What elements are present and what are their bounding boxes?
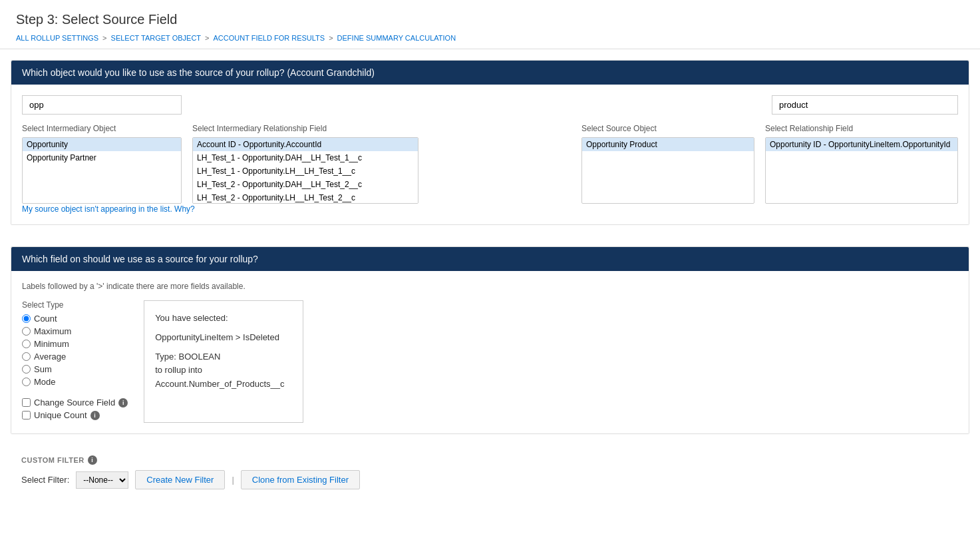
breadcrumb-rollup-settings[interactable]: ALL ROLLUP SETTINGS (16, 34, 98, 42)
select-type-label: Select Type (22, 300, 128, 310)
create-new-filter-button[interactable]: Create New Filter (135, 470, 225, 489)
selection-box: You have selected: OpportunityLineItem >… (144, 300, 303, 423)
intermediary-object-select[interactable]: Opportunity Opportunity Partner (22, 137, 182, 204)
source-field-section-header: Which field on should we use as a source… (11, 247, 969, 271)
source-object-select[interactable]: Opportunity Product (581, 137, 754, 204)
field-body: Select Type Count Maximum Minimum Aver (22, 300, 958, 423)
rel-field-right-label: Select Relationship Field (765, 124, 958, 133)
intermediary-object-group: Select Intermediary Object Opportunity O… (22, 124, 182, 204)
select-type-group: Select Type Count Maximum Minimum Aver (22, 300, 128, 423)
source-field-section-body: Labels followed by a '>' indicate there … (11, 271, 969, 433)
radio-group: Count Maximum Minimum Average Sum (22, 314, 128, 387)
intermediary-rel-group: Select Intermediary Relationship Field A… (192, 124, 418, 204)
change-source-field-row: Change Source Field i (22, 398, 128, 408)
source-not-appearing-link[interactable]: My source object isn't appearing in the … (22, 204, 195, 214)
breadcrumb-sep-3: > (329, 34, 333, 42)
selection-target: Account.Number_of_Products__c (155, 378, 292, 392)
custom-filter-label: CUSTOM FILTER i (21, 455, 959, 465)
unique-count-info-icon[interactable]: i (90, 411, 100, 420)
source-object-section-body: Select Intermediary Object Opportunity O… (11, 85, 969, 224)
unique-count-checkbox[interactable] (22, 411, 31, 419)
selectors-row: Select Intermediary Object Opportunity O… (22, 124, 958, 204)
page-title: Step 3: Select Source Field (16, 12, 964, 27)
rel-field-right-select[interactable]: Opportunity ID - OpportunityLineItem.Opp… (765, 137, 958, 204)
change-source-field-label[interactable]: Change Source Field (34, 398, 115, 408)
source-object-section-header: Which object would you like to use as th… (11, 61, 969, 85)
source-object-group: Select Source Object Opportunity Product (581, 124, 754, 204)
intermediary-object-label: Select Intermediary Object (22, 124, 182, 133)
filter-select-dropdown[interactable]: --None-- (76, 471, 128, 489)
source-field-section: Which field on should we use as a source… (11, 246, 969, 434)
filter-divider: | (232, 475, 234, 485)
change-source-info-icon[interactable]: i (118, 398, 128, 408)
source-search-input[interactable] (772, 95, 958, 115)
breadcrumb-sep-2: > (205, 34, 209, 42)
intermediary-search-input[interactable] (22, 95, 182, 115)
unique-count-label[interactable]: Unique Count (34, 410, 87, 420)
change-source-field-checkbox[interactable] (22, 398, 31, 407)
radio-sum[interactable]: Sum (22, 364, 128, 374)
selection-type: Type: BOOLEAN (155, 350, 292, 364)
rel-field-right-group: Select Relationship Field Opportunity ID… (765, 124, 958, 204)
intermediary-rel-select[interactable]: Account ID - Opportunity.AccountId LH_Te… (192, 137, 418, 204)
intermediary-rel-label: Select Intermediary Relationship Field (192, 124, 418, 133)
source-object-label: Select Source Object (581, 124, 754, 133)
breadcrumb-sep-1: > (102, 34, 106, 42)
breadcrumb-define-summary[interactable]: DEFINE SUMMARY CALCULATION (337, 34, 456, 42)
selection-rollup-into: to rollup into (155, 364, 292, 378)
custom-filter-info-icon[interactable]: i (88, 455, 97, 465)
breadcrumb: ALL ROLLUP SETTINGS > SELECT TARGET OBJE… (16, 34, 964, 42)
radio-count[interactable]: Count (22, 314, 128, 324)
custom-filter-section: CUSTOM FILTER i Select Filter: --None-- … (0, 445, 980, 505)
field-hint: Labels followed by a '>' indicate there … (22, 282, 958, 291)
radio-maximum[interactable]: Maximum (22, 326, 128, 336)
filter-row: Select Filter: --None-- Create New Filte… (21, 470, 959, 489)
page-header: Step 3: Select Source Field ALL ROLLUP S… (0, 0, 980, 49)
breadcrumb-target-object[interactable]: SELECT TARGET OBJECT (111, 34, 202, 42)
select-filter-label: Select Filter: (21, 475, 69, 485)
clone-from-existing-button[interactable]: Clone from Existing Filter (241, 470, 360, 489)
breadcrumb-account-field[interactable]: ACCOUNT FIELD FOR RESULTS (213, 34, 325, 42)
radio-average[interactable]: Average (22, 352, 128, 362)
source-object-section: Which object would you like to use as th… (11, 60, 969, 225)
selection-you-selected: You have selected: (155, 312, 292, 326)
unique-count-row: Unique Count i (22, 410, 128, 420)
selection-field: OpportunityLineItem > IsDeleted (155, 331, 292, 345)
radio-minimum[interactable]: Minimum (22, 339, 128, 349)
radio-mode[interactable]: Mode (22, 377, 128, 387)
